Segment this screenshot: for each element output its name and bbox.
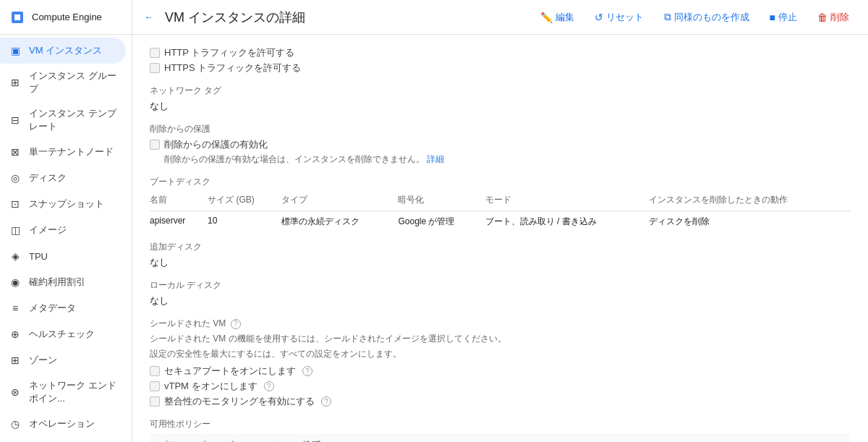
boot-disk-section: ブートディスク 名前 サイズ (GB) タイプ 暗号化 モード インスタンスを削…	[150, 176, 851, 231]
disk-table: 名前 サイズ (GB) タイプ 暗号化 モード インスタンスを削除したときの動作…	[150, 191, 851, 231]
edit-icon: ✏️	[540, 12, 553, 23]
sidebar-item-metadata[interactable]: ≡ メタデータ	[0, 295, 126, 321]
additional-disk-label: 追加ディスク	[150, 241, 851, 253]
network-tags-value: なし	[150, 100, 851, 113]
main-content: ← VM インスタンスの詳細 ✏️ 編集 ↺ リセット ⧉ 同様のものを作成 ■…	[132, 0, 868, 442]
deletion-protection-link[interactable]: 詳細	[427, 154, 444, 164]
http-checkbox-row: HTTP トラフィックを許可する	[150, 46, 851, 59]
integrity-info-icon[interactable]: ?	[321, 396, 331, 407]
http-checkbox[interactable]	[150, 48, 160, 58]
sidebar-item-label: メタデータ	[29, 302, 76, 315]
sidebar-item-label: オペレーション	[29, 417, 95, 430]
sidebar-item-health-checks[interactable]: ⊕ ヘルスチェック	[0, 321, 126, 347]
shielded-vm-info-icon[interactable]: ?	[231, 319, 241, 329]
sidebar-item-disks[interactable]: ◎ ディスク	[0, 165, 126, 191]
instance-groups-icon: ⊞	[9, 76, 22, 89]
delete-label: 削除	[830, 11, 849, 24]
preemptibility-val: オフ（推奨）	[274, 439, 331, 442]
edit-label: 編集	[556, 11, 574, 24]
col-action: インスタンスを削除したときの動作	[649, 191, 851, 211]
sole-tenant-icon: ⊠	[9, 145, 22, 158]
https-checkbox-row: HTTPS トラフィックを許可する	[150, 61, 851, 75]
additional-disk-section: 追加ディスク なし	[150, 241, 851, 269]
sidebar-header: Compute Engine	[0, 0, 132, 35]
sidebar-item-label: ヘルスチェック	[29, 328, 95, 341]
zones-icon: ⊞	[9, 354, 22, 367]
https-checkbox[interactable]	[150, 63, 160, 73]
sidebar-item-tpu[interactable]: ◈ TPU	[0, 243, 126, 269]
preemptibility-key: プリエンプティブ	[158, 439, 274, 442]
http-checkbox-label: HTTP トラフィックを許可する	[164, 46, 294, 59]
health-checks-icon: ⊕	[9, 328, 22, 341]
sidebar-item-zones[interactable]: ⊞ ゾーン	[0, 347, 126, 373]
vtpm-checkbox[interactable]	[150, 381, 160, 391]
sidebar-item-instance-templates[interactable]: ⊟ インスタンス テンプレート	[0, 101, 126, 139]
topbar: ← VM インスタンスの詳細 ✏️ 編集 ↺ リセット ⧉ 同様のものを作成 ■…	[132, 0, 868, 35]
deletion-protection-checkbox-label: 削除からの保護の有効化	[164, 138, 268, 151]
sidebar-item-images[interactable]: ◫ イメージ	[0, 217, 126, 243]
col-mode: モード	[485, 191, 649, 211]
sidebar-item-label: ネットワーク エンドポイン...	[29, 379, 117, 405]
back-button[interactable]: ←	[144, 12, 153, 22]
disks-icon: ◎	[9, 171, 22, 184]
table-row: apiserver10標準の永続ディスクGoogle が管理ブート、読み取り /…	[150, 211, 851, 231]
additional-disk-value: なし	[150, 256, 851, 269]
compute-engine-icon	[9, 9, 26, 26]
availability-table: プリエンプティブ オフ（推奨） ホスト メンテナンス時 VM インスタンスを移行…	[150, 433, 851, 442]
sidebar-item-label: インスタンス テンプレート	[29, 107, 117, 133]
firewall-section: HTTP トラフィックを許可する HTTPS トラフィックを許可する	[150, 46, 851, 75]
col-size: サイズ (GB)	[208, 191, 281, 211]
app-title: Compute Engine	[32, 12, 102, 22]
deletion-protection-note: 削除からの保護が有効な場合は、インスタンスを削除できません。 詳細	[164, 153, 851, 166]
topbar-actions: ✏️ 編集 ↺ リセット ⧉ 同様のものを作成 ■ 停止 🗑 削除	[533, 7, 856, 28]
delete-button[interactable]: 🗑 削除	[810, 7, 856, 28]
sidebar-item-operations[interactable]: ◷ オペレーション	[0, 411, 126, 437]
sidebar-item-snapshots[interactable]: ⊡ スナップショット	[0, 191, 126, 217]
delete-icon: 🗑	[817, 12, 827, 23]
secure-boot-info-icon[interactable]: ?	[302, 366, 312, 376]
shielded-vm-note: シールドされた VM の機能を使用するには、シールドされたイメージを選択してくだ…	[150, 333, 851, 345]
disk-cell-type: 標準の永続ディスク	[281, 211, 399, 231]
edit-button[interactable]: ✏️ 編集	[533, 7, 582, 28]
sidebar-item-label: 確約利用割引	[29, 276, 85, 289]
local-disk-value: なし	[150, 294, 851, 307]
integrity-row: 整合性のモニタリングを有効にする ?	[150, 395, 851, 408]
secure-boot-row: セキュアブートをオンにします ?	[150, 365, 851, 378]
sidebar-item-label: ディスク	[29, 171, 67, 184]
deletion-protection-checkbox[interactable]	[150, 140, 160, 150]
clone-button[interactable]: ⧉ 同様のものを作成	[657, 7, 757, 28]
availability-section: 可用性ポリシー プリエンプティブ オフ（推奨） ホスト メンテナンス時 VM イ…	[150, 418, 851, 442]
metadata-icon: ≡	[9, 302, 22, 315]
preemptibility-row: プリエンプティブ オフ（推奨）	[158, 439, 842, 442]
sidebar-item-sole-tenant[interactable]: ⊠ 単一テナントノード	[0, 139, 126, 165]
integrity-checkbox[interactable]	[150, 396, 160, 407]
col-name: 名前	[150, 191, 208, 211]
clone-icon: ⧉	[664, 11, 671, 23]
sidebar-item-label: TPU	[29, 251, 48, 262]
shielded-vm-section: シールドされた VM ? シールドされた VM の機能を使用するには、シールドさ…	[150, 318, 851, 408]
disk-cell-encryption: Google が管理	[398, 211, 485, 231]
local-disk-label: ローカル ディスク	[150, 279, 851, 292]
secure-boot-checkbox[interactable]	[150, 366, 160, 376]
clone-label: 同様のものを作成	[674, 11, 749, 24]
instance-templates-icon: ⊟	[9, 114, 22, 127]
back-arrow-icon: ←	[144, 12, 153, 22]
sidebar-item-security-scan[interactable]: ⊕ セキュリティ スキャン	[0, 437, 126, 442]
stop-button[interactable]: ■ 停止	[762, 7, 804, 28]
sidebar-nav: ▣ VM インスタンス ⊞ インスタンス グループ ⊟ インスタンス テンプレー…	[0, 35, 132, 442]
deletion-protection-label: 削除からの保護	[150, 123, 851, 135]
col-encryption: 暗号化	[398, 191, 485, 211]
vm-instances-icon: ▣	[9, 44, 22, 57]
sidebar-item-label: イメージ	[29, 224, 67, 237]
vtpm-info-icon[interactable]: ?	[264, 381, 274, 391]
network-endpoints-icon: ⊛	[9, 386, 22, 399]
local-disk-section: ローカル ディスク なし	[150, 279, 851, 307]
sidebar-item-vm-instances[interactable]: ▣ VM インスタンス	[0, 38, 126, 64]
sidebar-item-network-endpoints[interactable]: ⊛ ネットワーク エンドポイン...	[0, 373, 126, 411]
https-checkbox-label: HTTPS トラフィックを許可する	[164, 61, 301, 75]
reset-button[interactable]: ↺ リセット	[587, 7, 651, 28]
snapshots-icon: ⊡	[9, 197, 22, 211]
sidebar: Compute Engine ▣ VM インスタンス ⊞ インスタンス グループ…	[0, 0, 132, 442]
sidebar-item-committed-use[interactable]: ◉ 確約利用割引	[0, 269, 126, 295]
sidebar-item-instance-groups[interactable]: ⊞ インスタンス グループ	[0, 64, 126, 101]
